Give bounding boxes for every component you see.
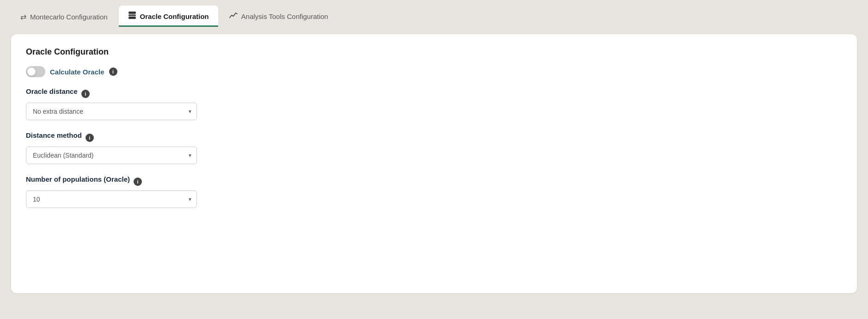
- distance-method-select-wrapper: Euclidean (Standard) Manhattan Chebyshev…: [26, 147, 197, 164]
- distance-method-info-icon[interactable]: i: [86, 134, 94, 142]
- num-populations-info-icon[interactable]: i: [134, 178, 142, 186]
- content-area: Oracle Configuration Calculate Oracle i …: [0, 27, 868, 304]
- tab-bar: ⇄ Montecarlo Configuration Oracle Config…: [0, 0, 868, 27]
- calculate-oracle-toggle[interactable]: [26, 66, 45, 77]
- tab-montecarlo[interactable]: ⇄ Montecarlo Configuration: [11, 7, 117, 27]
- oracle-distance-group: Oracle distance i No extra distance Extr…: [26, 87, 842, 120]
- oracle-distance-label: Oracle distance: [26, 87, 78, 95]
- svg-rect-1: [128, 14, 136, 16]
- oracle-icon: [128, 11, 136, 21]
- panel-title: Oracle Configuration: [26, 47, 842, 57]
- num-populations-group: Number of populations (Oracle) i 1 2 5 1…: [26, 175, 842, 208]
- distance-method-label: Distance method: [26, 131, 82, 139]
- calculate-oracle-row: Calculate Oracle i: [26, 66, 842, 77]
- tab-oracle[interactable]: Oracle Configuration: [119, 6, 218, 27]
- oracle-distance-select[interactable]: No extra distance Extra distance 1 Extra…: [26, 103, 197, 120]
- num-populations-select[interactable]: 1 2 5 10 20 50 100: [26, 190, 197, 208]
- tab-oracle-label: Oracle Configuration: [140, 12, 209, 20]
- analysis-icon: [229, 11, 238, 21]
- oracle-distance-info-icon[interactable]: i: [81, 90, 90, 98]
- tab-analysis[interactable]: Analysis Tools Configuration: [220, 6, 337, 27]
- num-populations-select-wrapper: 1 2 5 10 20 50 100 ▾: [26, 190, 197, 208]
- svg-rect-0: [128, 12, 136, 14]
- svg-rect-2: [128, 17, 136, 19]
- montecarlo-icon: ⇄: [20, 12, 26, 21]
- tab-montecarlo-label: Montecarlo Configuration: [30, 13, 108, 21]
- num-populations-label-row: Number of populations (Oracle) i: [26, 175, 842, 188]
- oracle-distance-label-row: Oracle distance i: [26, 87, 842, 100]
- distance-method-group: Distance method i Euclidean (Standard) M…: [26, 131, 842, 164]
- num-populations-label: Number of populations (Oracle): [26, 175, 130, 183]
- distance-method-select[interactable]: Euclidean (Standard) Manhattan Chebyshev…: [26, 147, 197, 164]
- oracle-distance-select-wrapper: No extra distance Extra distance 1 Extra…: [26, 103, 197, 120]
- calculate-oracle-info-icon[interactable]: i: [109, 67, 117, 76]
- oracle-panel: Oracle Configuration Calculate Oracle i …: [11, 34, 857, 293]
- distance-method-label-row: Distance method i: [26, 131, 842, 144]
- tab-analysis-label: Analysis Tools Configuration: [241, 12, 328, 20]
- calculate-oracle-label: Calculate Oracle: [50, 68, 104, 76]
- toggle-thumb: [27, 67, 36, 76]
